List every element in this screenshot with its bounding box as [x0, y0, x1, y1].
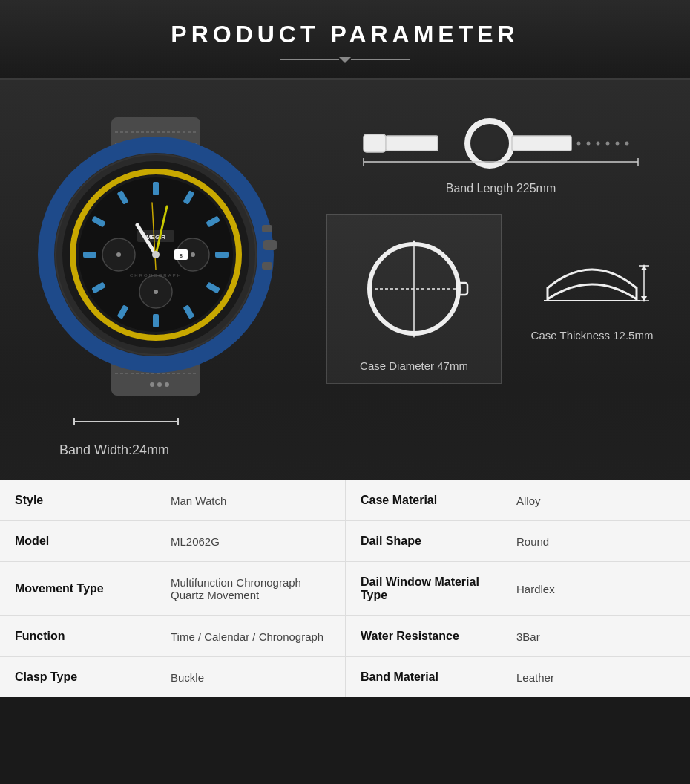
spec-label-left-3: Function	[15, 630, 141, 643]
spec-value-left-0: Man Watch	[171, 494, 226, 507]
header-divider	[15, 56, 675, 63]
top-section: MEGIR 8 CHRONOGRAPH	[15, 102, 675, 466]
spec-value-right-4: Leather	[516, 671, 554, 684]
lower-diagrams: Case Diameter 47mm	[326, 214, 675, 384]
watch-image: MEGIR 8 CHRONOGRAPH	[15, 102, 297, 414]
band-length-label: Band Length 225mm	[446, 182, 556, 195]
spec-value-right-2: Hardlex	[516, 583, 555, 595]
svg-rect-12	[263, 240, 277, 250]
svg-marker-71	[641, 296, 647, 302]
divider-line-right	[351, 59, 410, 60]
svg-point-58	[625, 142, 629, 146]
divider-arrow	[339, 57, 351, 63]
page-title: PRODUCT PARAMETER	[15, 21, 675, 48]
spec-left-half: Function Time / Calendar / Chronograph	[0, 616, 345, 656]
page-header: PRODUCT PARAMETER	[0, 0, 690, 80]
svg-point-7	[157, 382, 162, 387]
main-content: MEGIR 8 CHRONOGRAPH	[0, 80, 690, 697]
watch-svg: MEGIR 8 CHRONOGRAPH	[22, 110, 289, 407]
spec-label-left-4: Clasp Type	[15, 670, 141, 684]
svg-point-31	[116, 252, 121, 257]
band-length-svg	[360, 114, 642, 173]
svg-point-44	[152, 251, 160, 258]
svg-point-55	[597, 142, 600, 146]
spec-right-half: Dail Shape Round	[345, 521, 690, 561]
specs-table: Style Man Watch Case Material Alloy Mode…	[0, 480, 690, 697]
case-diameter-svg	[355, 229, 473, 348]
svg-text:MEGIR: MEGIR	[146, 234, 165, 241]
svg-point-35	[154, 290, 158, 294]
svg-point-53	[577, 142, 581, 146]
svg-point-33	[191, 252, 195, 257]
svg-point-56	[606, 142, 610, 146]
spec-label-right-3: Water Resistance	[361, 630, 487, 643]
svg-rect-13	[262, 225, 272, 232]
band-length-diagram: Band Length 225mm	[326, 102, 675, 203]
spec-right-half: Water Resistance 3Bar	[345, 616, 690, 656]
svg-rect-24	[153, 314, 159, 327]
spec-value-right-3: 3Bar	[516, 630, 540, 643]
band-width-label: Band Width:24mm	[15, 442, 312, 458]
spec-label-right-1: Dail Shape	[361, 535, 487, 548]
svg-point-8	[165, 382, 169, 387]
spec-label-right-0: Case Material	[361, 494, 487, 507]
spec-value-left-1: ML2062G	[171, 535, 220, 548]
spec-label-left-2: Movement Type	[15, 582, 141, 595]
spec-right-half: Band Material Leather	[345, 657, 690, 697]
spec-value-right-1: Round	[516, 535, 549, 548]
watch-container: MEGIR 8 CHRONOGRAPH	[15, 102, 312, 458]
specs-row: Style Man Watch Case Material Alloy	[0, 480, 690, 521]
case-thickness-svg	[533, 229, 651, 318]
band-width-bracket	[15, 414, 312, 437]
svg-point-57	[616, 142, 620, 146]
bracket-svg	[59, 414, 208, 437]
svg-rect-52	[512, 136, 571, 151]
spec-right-half: Dail Window Material Type Hardlex	[345, 562, 690, 615]
svg-rect-14	[262, 262, 272, 270]
divider-line-left	[280, 59, 339, 60]
spec-label-left-1: Model	[15, 535, 141, 548]
diagrams-container: Band Length 225mm	[326, 102, 675, 384]
spec-right-half: Case Material Alloy	[345, 480, 690, 520]
spec-value-left-4: Buckle	[171, 671, 204, 684]
spec-label-left-0: Style	[15, 494, 141, 507]
svg-point-54	[587, 142, 591, 146]
svg-point-51	[473, 127, 506, 160]
spec-value-left-3: Time / Calendar / Chronograph	[171, 630, 323, 643]
svg-rect-48	[364, 134, 386, 152]
svg-point-6	[150, 382, 154, 387]
svg-rect-27	[83, 252, 96, 258]
case-diameter-label: Case Diameter 47mm	[360, 359, 468, 372]
case-diameter-diagram: Case Diameter 47mm	[326, 214, 502, 384]
spec-left-half: Model ML2062G	[0, 521, 345, 561]
spec-value-left-2: Multifunction Chronograph Quartz Movemen…	[171, 576, 330, 601]
svg-rect-49	[386, 136, 438, 151]
specs-row: Clasp Type Buckle Band Material Leather	[0, 657, 690, 697]
case-thickness-label: Case Thickness 12.5mm	[531, 329, 654, 342]
specs-row: Movement Type Multifunction Chronograph …	[0, 562, 690, 616]
spec-left-half: Clasp Type Buckle	[0, 657, 345, 697]
spec-value-right-0: Alloy	[516, 494, 541, 507]
case-thickness-diagram: Case Thickness 12.5mm	[509, 214, 675, 353]
spec-label-right-2: Dail Window Material Type	[361, 575, 487, 602]
spec-left-half: Movement Type Multifunction Chronograph …	[0, 562, 345, 615]
specs-row: Model ML2062G Dail Shape Round	[0, 521, 690, 562]
spec-left-half: Style Man Watch	[0, 480, 345, 520]
svg-text:8: 8	[180, 253, 183, 258]
svg-rect-18	[153, 182, 159, 195]
spec-label-right-4: Band Material	[361, 670, 487, 684]
svg-marker-70	[641, 264, 647, 270]
svg-rect-21	[215, 252, 229, 258]
specs-row: Function Time / Calendar / Chronograph W…	[0, 616, 690, 657]
svg-text:CHRONOGRAPH: CHRONOGRAPH	[130, 273, 182, 278]
